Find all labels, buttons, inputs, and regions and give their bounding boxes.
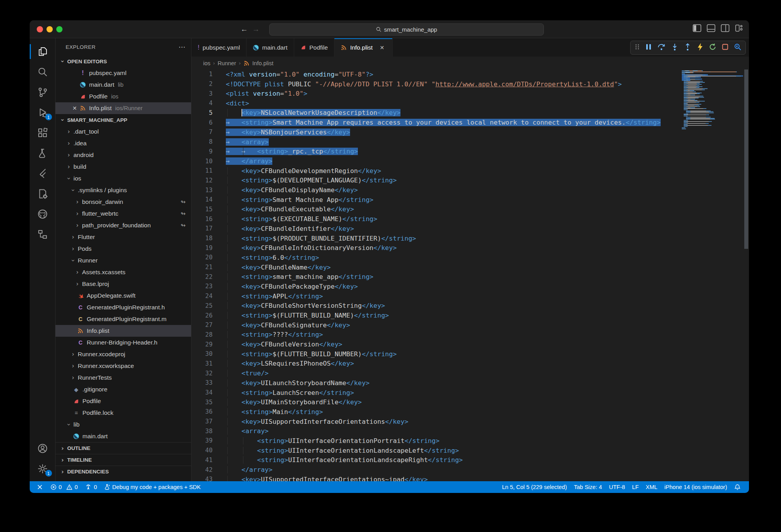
activity-settings[interactable]: 1 [30,459,55,479]
section-outline[interactable]: ›OUTLINE [55,442,191,454]
code-area[interactable]: 1<?xml version="1.0" encoding="UTF-8"?>2… [191,70,749,481]
step-over-icon[interactable] [657,43,666,52]
tree-item--symlinks-plugins[interactable]: ›.symlinks / plugins [55,184,191,196]
back-button[interactable]: ← [239,25,249,34]
tree-item-runner-bridging-header-h[interactable]: CRunner-Bridging-Header.h [55,337,191,348]
section-dependencies[interactable]: ›DEPENDENCIES [55,466,191,477]
restart-icon[interactable] [709,43,717,52]
activity-testing[interactable] [30,143,55,163]
tree-item-info-plist[interactable]: Info.plist [55,325,191,337]
status-language-mode[interactable]: XML [642,481,661,493]
open-editor-main.dart[interactable]: main.dartlib [55,79,191,91]
status-eol[interactable]: LF [629,481,642,493]
activity-run-debug[interactable]: 1 [30,102,55,123]
tab-Podfile[interactable]: Podfile [294,38,334,57]
status-dart-debug[interactable]: Debug my code + packages + SDK [100,481,204,493]
activity-accounts[interactable] [30,438,55,459]
activity-search[interactable] [30,62,55,82]
section-project[interactable]: ›SMART_MACHINE_APP [55,114,191,126]
stop-icon[interactable] [722,43,729,52]
tree-item-generatedpluginregistrant-h[interactable]: CGeneratedPluginRegistrant.h [55,302,191,313]
tree-item-assets-xcassets[interactable]: ›Assets.xcassets [55,266,191,278]
status-remote[interactable] [33,481,47,493]
status-notifications[interactable] [731,481,744,493]
tree-item-podfile[interactable]: Podfile [55,395,191,407]
tree-item--idea[interactable]: ›.idea [55,137,191,149]
minimap-line [682,127,685,128]
close-icon[interactable]: ✕ [70,105,79,111]
section-timeline[interactable]: ›TIMELINE [55,454,191,466]
status-cursor-position[interactable]: Ln 5, Col 5 (229 selected) [499,481,570,493]
tree-item-appdelegate-swift[interactable]: AppDelegate.swift [55,290,191,302]
tree-item--dart-tool[interactable]: ›.dart_tool [55,126,191,137]
tree-item-runner-xcworkspace[interactable]: ›Runner.xcworkspace [55,360,191,372]
tree-item-podfile-lock[interactable]: ≡Podfile.lock [55,407,191,419]
toggle-panel-icon[interactable] [707,24,715,32]
tree-item-flutter[interactable]: ›Flutter [55,231,191,243]
status-ports[interactable]: 0 [81,481,100,493]
activity-extensions[interactable] [30,123,55,143]
close-window-button[interactable] [37,26,43,32]
tree-item-runner[interactable]: ›Runner [55,255,191,266]
tab-main.dart[interactable]: main.dart [247,38,294,57]
line-number: 28 [191,331,226,338]
tab-Info.plist[interactable]: Info.plist✕ [334,38,393,57]
tree-item-android[interactable]: ›android [55,149,191,161]
open-editor-Info.plist[interactable]: ✕Info.plistios/Runner [55,102,191,114]
activity-references[interactable] [30,224,55,245]
pause-icon[interactable] [645,43,652,52]
file-label: .dart_tool [73,128,99,135]
status-text: UTF-8 [609,484,625,490]
grip-icon[interactable] [634,43,640,52]
warning-icon [66,484,73,490]
activity-flutter[interactable] [30,163,55,184]
sidebar-more-actions[interactable]: ⋯ [179,43,186,51]
tree-item-runnertests[interactable]: ›RunnerTests [55,372,191,384]
customize-layout-icon[interactable] [735,24,743,32]
section-open-editors[interactable]: ›OPEN EDITORS [55,55,191,67]
breadcrumb-item[interactable]: Runner [218,60,236,66]
activity-explorer[interactable] [30,41,55,62]
tree-item-bonsoir-darwin[interactable]: ›bonsoir_darwin↬ [55,196,191,208]
breadcrumb-item[interactable]: ios [203,60,211,66]
code-line-12: 12 <string>$(DEVELOPMENT_LANGUAGE)</stri… [191,176,749,186]
step-into-icon[interactable] [671,43,679,52]
devtools-icon[interactable] [734,43,742,52]
minimize-window-button[interactable] [46,26,53,32]
forward-button[interactable]: → [251,25,261,34]
open-editor-pubspec.yaml[interactable]: !pubspec.yaml [55,67,191,79]
tree-item-path-provider-foundation[interactable]: ›path_provider_foundation↬ [55,220,191,231]
toggle-sidebar-icon[interactable] [693,24,701,32]
activity-github[interactable] [30,204,55,224]
breadcrumb[interactable]: ios›Runner›Info.plist [191,57,749,70]
open-editor-Podfile[interactable]: Podfileios [55,91,191,102]
tab-pubspec.yaml[interactable]: !pubspec.yaml [191,38,247,57]
status-encoding[interactable]: UTF-8 [606,481,629,493]
tree-item--gitignore[interactable]: ◆.gitignore [55,384,191,395]
toggle-secondary-sidebar-icon[interactable] [721,24,729,32]
tree-item-pods[interactable]: ›Pods [55,243,191,255]
tree-item-generatedpluginregistrant-m[interactable]: CGeneratedPluginRegistrant.m [55,313,191,325]
hot-reload-icon[interactable] [697,43,704,53]
tree-item-ios[interactable]: ›ios [55,173,191,184]
activity-source-control[interactable] [30,82,55,102]
tree-item-runner-xcodeproj[interactable]: ›Runner.xcodeproj [55,348,191,360]
editor-scrollbar[interactable] [743,70,749,481]
tree-item-flutter-webrtc[interactable]: ›flutter_webrtc↬ [55,208,191,220]
activity-dart-devtools[interactable] [30,184,55,204]
tree-item-lib[interactable]: ›lib [55,419,191,430]
tree-item-build[interactable]: ›build [55,161,191,173]
minimap[interactable] [682,70,743,481]
command-center-search[interactable]: smart_machine_app [269,23,544,36]
step-out-icon[interactable] [684,43,692,52]
tree-item-base-lproj[interactable]: ›Base.lproj [55,278,191,290]
status-tab-size[interactable]: Tab Size: 4 [570,481,606,493]
tree-item-main-dart[interactable]: main.dart [55,430,191,442]
close-icon[interactable]: ✕ [378,45,386,51]
breadcrumb-item[interactable]: Info.plist [252,60,273,66]
plist-icon [80,105,86,111]
zoom-window-button[interactable] [56,26,63,32]
debug-toolbar [630,41,746,55]
status-device[interactable]: iPhone 14 (ios simulator) [661,481,731,493]
status-problems[interactable]: 00 [47,481,81,493]
